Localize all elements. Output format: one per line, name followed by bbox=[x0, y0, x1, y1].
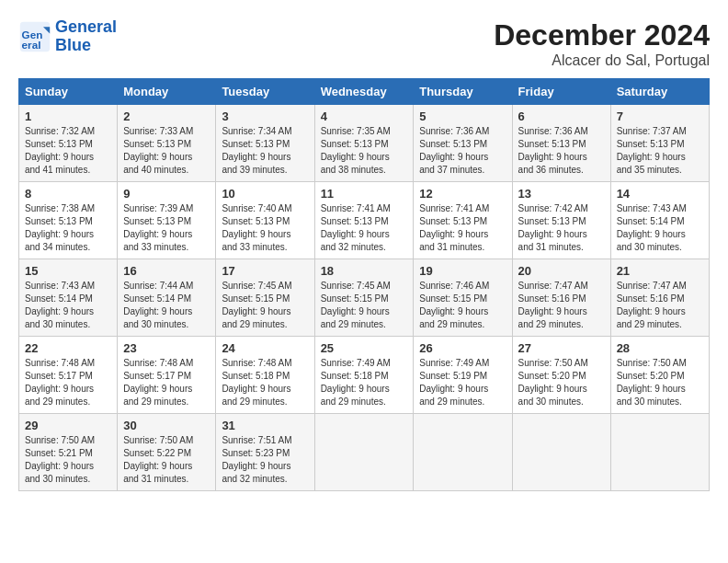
table-row: 8Sunrise: 7:38 AMSunset: 5:13 PMDaylight… bbox=[19, 182, 118, 259]
table-row: 14Sunrise: 7:43 AMSunset: 5:14 PMDayligh… bbox=[610, 182, 709, 259]
calendar-week-3: 22Sunrise: 7:48 AMSunset: 5:17 PMDayligh… bbox=[19, 337, 710, 414]
table-row: 3Sunrise: 7:34 AMSunset: 5:13 PMDaylight… bbox=[216, 105, 314, 182]
table-row: 21Sunrise: 7:47 AMSunset: 5:16 PMDayligh… bbox=[610, 259, 709, 337]
table-row: 22Sunrise: 7:48 AMSunset: 5:17 PMDayligh… bbox=[19, 337, 118, 414]
table-row: 7Sunrise: 7:37 AMSunset: 5:13 PMDaylight… bbox=[610, 105, 709, 182]
col-friday: Friday bbox=[512, 79, 610, 105]
table-row: 27Sunrise: 7:50 AMSunset: 5:20 PMDayligh… bbox=[512, 337, 610, 414]
table-row bbox=[314, 414, 414, 491]
calendar-week-2: 15Sunrise: 7:43 AMSunset: 5:14 PMDayligh… bbox=[19, 259, 710, 337]
col-wednesday: Wednesday bbox=[314, 79, 414, 105]
table-row: 25Sunrise: 7:49 AMSunset: 5:18 PMDayligh… bbox=[314, 337, 414, 414]
logo-text: General Blue bbox=[55, 18, 117, 55]
location: Alcacer do Sal, Portugal bbox=[494, 52, 710, 69]
calendar-header-row: Sunday Monday Tuesday Wednesday Thursday… bbox=[19, 79, 710, 105]
calendar-week-0: 1Sunrise: 7:32 AMSunset: 5:13 PMDaylight… bbox=[19, 105, 710, 182]
table-row: 6Sunrise: 7:36 AMSunset: 5:13 PMDaylight… bbox=[512, 105, 610, 182]
col-saturday: Saturday bbox=[610, 79, 709, 105]
logo-icon: Gen eral bbox=[18, 20, 51, 53]
col-tuesday: Tuesday bbox=[216, 79, 314, 105]
table-row: 15Sunrise: 7:43 AMSunset: 5:14 PMDayligh… bbox=[19, 259, 118, 337]
table-row: 18Sunrise: 7:45 AMSunset: 5:15 PMDayligh… bbox=[314, 259, 414, 337]
table-row: 12Sunrise: 7:41 AMSunset: 5:13 PMDayligh… bbox=[414, 182, 512, 259]
table-row: 29Sunrise: 7:50 AMSunset: 5:21 PMDayligh… bbox=[19, 414, 118, 491]
table-row: 10Sunrise: 7:40 AMSunset: 5:13 PMDayligh… bbox=[216, 182, 314, 259]
table-row: 9Sunrise: 7:39 AMSunset: 5:13 PMDaylight… bbox=[118, 182, 216, 259]
table-row: 1Sunrise: 7:32 AMSunset: 5:13 PMDaylight… bbox=[19, 105, 118, 182]
svg-text:eral: eral bbox=[22, 38, 41, 50]
table-row: 20Sunrise: 7:47 AMSunset: 5:16 PMDayligh… bbox=[512, 259, 610, 337]
table-row: 24Sunrise: 7:48 AMSunset: 5:18 PMDayligh… bbox=[216, 337, 314, 414]
table-row: 19Sunrise: 7:46 AMSunset: 5:15 PMDayligh… bbox=[414, 259, 512, 337]
table-row: 23Sunrise: 7:48 AMSunset: 5:17 PMDayligh… bbox=[118, 337, 216, 414]
month-year: December 2024 bbox=[494, 18, 710, 52]
table-row bbox=[512, 414, 610, 491]
table-row: 4Sunrise: 7:35 AMSunset: 5:13 PMDaylight… bbox=[314, 105, 414, 182]
table-row bbox=[414, 414, 512, 491]
col-thursday: Thursday bbox=[414, 79, 512, 105]
calendar-table: Sunday Monday Tuesday Wednesday Thursday… bbox=[18, 78, 710, 491]
table-row: 2Sunrise: 7:33 AMSunset: 5:13 PMDaylight… bbox=[118, 105, 216, 182]
table-row: 17Sunrise: 7:45 AMSunset: 5:15 PMDayligh… bbox=[216, 259, 314, 337]
col-sunday: Sunday bbox=[19, 79, 118, 105]
title-block: December 2024 Alcacer do Sal, Portugal bbox=[494, 18, 710, 69]
page-header: Gen eral General Blue December 2024 Alca… bbox=[18, 18, 710, 69]
logo: Gen eral General Blue bbox=[18, 18, 117, 55]
table-row: 5Sunrise: 7:36 AMSunset: 5:13 PMDaylight… bbox=[414, 105, 512, 182]
col-monday: Monday bbox=[118, 79, 216, 105]
table-row: 31Sunrise: 7:51 AMSunset: 5:23 PMDayligh… bbox=[216, 414, 314, 491]
table-row bbox=[610, 414, 709, 491]
table-row: 13Sunrise: 7:42 AMSunset: 5:13 PMDayligh… bbox=[512, 182, 610, 259]
table-row: 26Sunrise: 7:49 AMSunset: 5:19 PMDayligh… bbox=[414, 337, 512, 414]
calendar-week-1: 8Sunrise: 7:38 AMSunset: 5:13 PMDaylight… bbox=[19, 182, 710, 259]
table-row: 28Sunrise: 7:50 AMSunset: 5:20 PMDayligh… bbox=[610, 337, 709, 414]
table-row: 30Sunrise: 7:50 AMSunset: 5:22 PMDayligh… bbox=[118, 414, 216, 491]
table-row: 16Sunrise: 7:44 AMSunset: 5:14 PMDayligh… bbox=[118, 259, 216, 337]
table-row: 11Sunrise: 7:41 AMSunset: 5:13 PMDayligh… bbox=[314, 182, 414, 259]
calendar-week-4: 29Sunrise: 7:50 AMSunset: 5:21 PMDayligh… bbox=[19, 414, 710, 491]
